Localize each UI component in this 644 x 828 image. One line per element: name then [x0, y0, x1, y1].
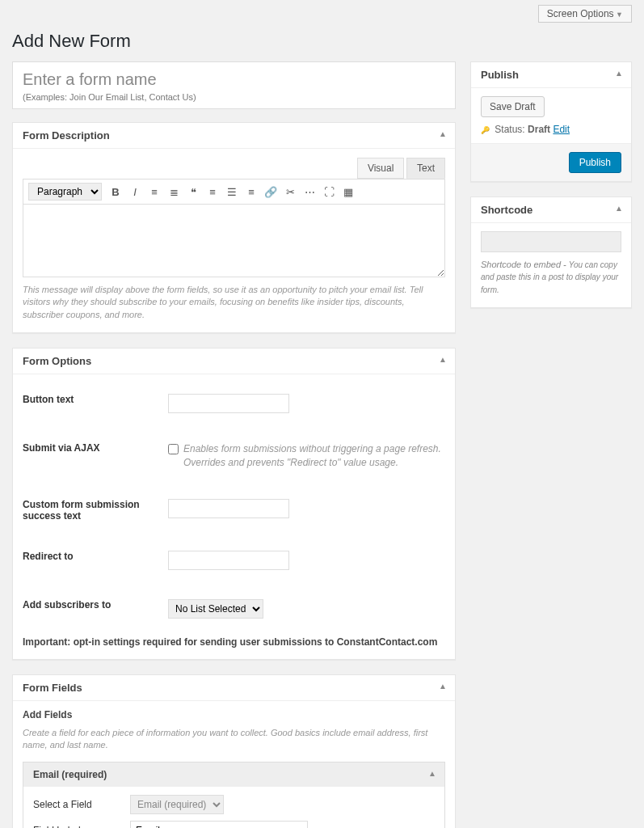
link-icon[interactable]: 🔗	[262, 183, 280, 201]
triangle-up-icon[interactable]: ▲	[428, 769, 436, 778]
shortcode-help: Shortcode to embed - You can copy and pa…	[481, 259, 621, 296]
redirect-label: Redirect to	[23, 551, 168, 570]
button-text-input[interactable]	[168, 394, 289, 413]
fullscreen-icon[interactable]: ⛶	[320, 183, 338, 201]
bold-icon[interactable]: B	[107, 183, 124, 201]
align-right-icon[interactable]: ≡	[242, 183, 260, 201]
subscribers-label: Add subscribers to	[23, 599, 168, 619]
form-fields-box: Form Fields ▲ Add Fields Create a field …	[12, 674, 456, 828]
page-title: Add New Form	[12, 31, 632, 52]
bullet-list-icon[interactable]: ≡	[145, 183, 163, 201]
status-label: Status:	[495, 124, 524, 135]
quote-icon[interactable]: ❝	[184, 183, 202, 201]
button-text-label: Button text	[23, 394, 168, 413]
description-editor[interactable]	[23, 205, 445, 277]
triangle-up-icon[interactable]: ▲	[615, 204, 623, 213]
title-box: (Examples: Join Our Email List, Contact …	[12, 61, 456, 109]
publish-title: Publish	[481, 69, 519, 81]
publish-button[interactable]: Publish	[569, 152, 621, 173]
shortcode-title: Shortcode	[481, 204, 532, 216]
paragraph-select[interactable]: Paragraph	[28, 183, 102, 201]
form-fields-title: Form Fields	[23, 682, 82, 694]
subscribers-select[interactable]: No List Selected	[168, 599, 263, 619]
form-options-title: Form Options	[23, 355, 91, 367]
screen-options-button[interactable]: Screen Options	[538, 5, 632, 23]
important-note: Important: opt-in settings required for …	[23, 636, 445, 648]
select-field-dropdown[interactable]: Email (required)	[130, 795, 224, 814]
key-icon	[481, 124, 489, 132]
form-options-box: Form Options ▲ Button text Submit via AJ…	[12, 348, 456, 660]
form-description-title: Form Description	[23, 129, 110, 142]
editor-toolbar: Paragraph B I ≡ ≣ ❝ ≡ ☰ ≡ 🔗 ✂ ⋯ ⛶ ▦	[23, 180, 445, 205]
ajax-help: Enables form submissions without trigger…	[183, 442, 445, 470]
form-name-input[interactable]	[23, 69, 445, 91]
save-draft-button[interactable]: Save Draft	[481, 96, 545, 117]
edit-status-link[interactable]: Edit	[553, 124, 570, 135]
email-field-block: Email (required) ▲ Select a Field Email …	[23, 762, 445, 828]
field-label-input[interactable]	[130, 821, 308, 828]
publish-box: Publish ▲ Save Draft Status: Draft Edit …	[470, 61, 632, 182]
form-description-box: Form Description ▲ Visual Text Paragraph…	[12, 122, 456, 333]
ajax-checkbox[interactable]	[168, 444, 179, 454]
more-icon[interactable]: ⋯	[301, 183, 318, 201]
ajax-label: Submit via AJAX	[23, 442, 168, 470]
italic-icon[interactable]: I	[126, 183, 144, 201]
triangle-up-icon[interactable]: ▲	[615, 69, 623, 78]
align-center-icon[interactable]: ☰	[223, 183, 241, 201]
text-tab[interactable]: Text	[406, 158, 445, 179]
toolbar-toggle-icon[interactable]: ▦	[339, 183, 357, 201]
form-name-hint: (Examples: Join Our Email List, Contact …	[23, 92, 445, 102]
visual-tab[interactable]: Visual	[357, 158, 404, 179]
email-field-title: Email (required)	[33, 769, 107, 780]
status-value: Draft	[528, 124, 550, 135]
field-label-label: Field Label	[33, 825, 130, 828]
add-fields-help: Create a field for each piece of informa…	[23, 727, 445, 752]
success-text-input[interactable]	[168, 499, 289, 518]
add-fields-title: Add Fields	[23, 709, 445, 720]
triangle-up-icon[interactable]: ▲	[439, 129, 447, 138]
align-left-icon[interactable]: ≡	[204, 183, 221, 201]
redirect-input[interactable]	[168, 551, 289, 570]
shortcode-box: Shortcode ▲ Shortcode to embed - You can…	[470, 196, 632, 308]
unlink-icon[interactable]: ✂	[281, 183, 299, 201]
number-list-icon[interactable]: ≣	[165, 183, 183, 201]
select-field-label: Select a Field	[33, 799, 130, 810]
shortcode-input[interactable]	[481, 231, 621, 252]
triangle-up-icon[interactable]: ▲	[439, 682, 447, 691]
description-help: This message will display above the form…	[23, 284, 445, 321]
success-text-label: Custom form submission success text	[23, 499, 168, 522]
triangle-up-icon[interactable]: ▲	[439, 355, 447, 364]
